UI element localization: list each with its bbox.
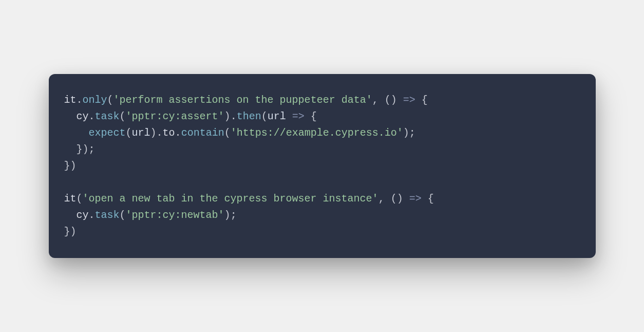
indent [64, 127, 89, 139]
prop-to: to [163, 127, 175, 139]
semicolon: ; [231, 209, 237, 221]
paren: () [391, 193, 403, 205]
cy-object: cy [77, 110, 89, 122]
method-only: only [83, 94, 107, 106]
arrow-fn: => [397, 94, 422, 106]
string-literal: 'https://example.cypress.io' [231, 127, 403, 139]
method-contain: contain [181, 127, 224, 139]
arrow-fn: => [403, 193, 428, 205]
paren: ( [261, 110, 268, 122]
code-block: it.only('perform assertions on the puppe… [49, 74, 596, 258]
method-then: then [237, 110, 261, 122]
dot: . [89, 209, 95, 221]
paren: ( [120, 110, 126, 122]
string-literal: 'perform assertions on the puppeteer dat… [113, 94, 372, 106]
semicolon: ; [89, 143, 95, 155]
comma: , [372, 94, 385, 106]
indent [64, 209, 77, 221]
paren: ) [150, 127, 157, 139]
arrow-fn: => [286, 110, 311, 122]
dot: . [157, 127, 163, 139]
dot: . [175, 127, 181, 139]
paren: ) [70, 226, 77, 237]
paren: ) [224, 110, 231, 122]
brace: { [422, 94, 428, 106]
brace: } [64, 160, 70, 172]
dot: . [89, 110, 95, 122]
paren: () [385, 94, 397, 106]
brace: } [77, 143, 83, 155]
dot: . [77, 94, 83, 106]
code-pre: it.only('perform assertions on the puppe… [64, 92, 580, 240]
indent [64, 110, 77, 122]
cy-object: cy [77, 209, 89, 221]
var-url: url [132, 127, 150, 139]
paren: ) [83, 143, 89, 155]
fn-expect: expect [89, 127, 126, 139]
paren: ) [70, 160, 77, 172]
comma: , [378, 193, 391, 205]
string-literal: 'pptr:cy:newtab' [126, 209, 224, 221]
method-task: task [95, 110, 120, 122]
param-url: url [268, 110, 286, 122]
indent [64, 143, 77, 155]
brace: { [428, 193, 434, 205]
string-literal: 'open a new tab in the cypress browser i… [83, 193, 378, 205]
paren: ( [224, 127, 231, 139]
paren: ) [403, 127, 409, 139]
string-literal: 'pptr:cy:assert' [126, 110, 224, 122]
dot: . [231, 110, 237, 122]
paren: ( [120, 209, 126, 221]
paren: ( [107, 94, 113, 106]
method-task: task [95, 209, 120, 221]
keyword-it: it [64, 94, 77, 106]
paren: ( [126, 127, 132, 139]
keyword-it: it [64, 193, 77, 205]
semicolon: ; [409, 127, 415, 139]
paren: ( [77, 193, 83, 205]
brace: } [64, 226, 70, 237]
brace: { [311, 110, 317, 122]
paren: ) [224, 209, 231, 221]
